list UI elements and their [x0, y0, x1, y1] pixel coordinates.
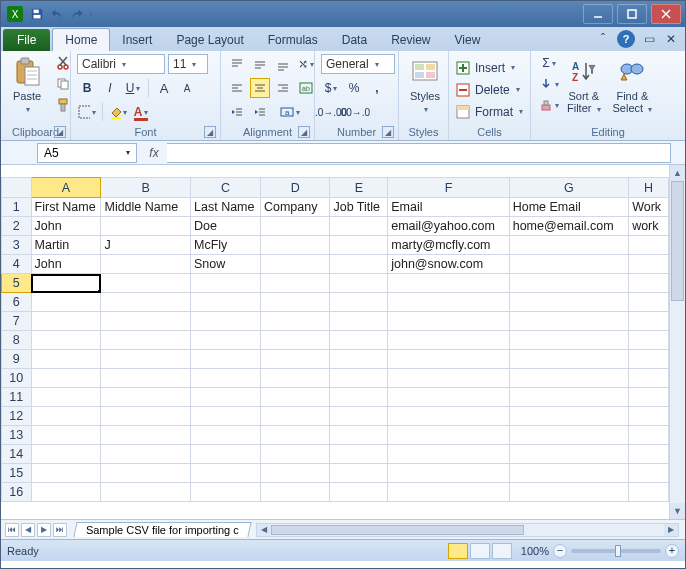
- cell-D6[interactable]: [260, 293, 330, 312]
- cell-C6[interactable]: [191, 293, 261, 312]
- cell-C4[interactable]: Snow: [191, 255, 261, 274]
- minimize-ribbon-icon[interactable]: ˆ: [595, 31, 611, 47]
- cell-C9[interactable]: [191, 350, 261, 369]
- sheet-nav-first-icon[interactable]: ⏮: [5, 523, 19, 537]
- col-header-F[interactable]: F: [388, 178, 509, 198]
- cell-H7[interactable]: [629, 312, 669, 331]
- row-header-10[interactable]: 10: [2, 369, 32, 388]
- tab-home[interactable]: Home: [52, 28, 110, 51]
- cell-A3[interactable]: Martin: [31, 236, 101, 255]
- col-header-H[interactable]: H: [629, 178, 669, 198]
- view-page-layout-button[interactable]: [470, 543, 490, 559]
- cell-B12[interactable]: [101, 407, 191, 426]
- col-header-E[interactable]: E: [330, 178, 388, 198]
- cell-A2[interactable]: John: [31, 217, 101, 236]
- cell-A16[interactable]: [31, 483, 101, 502]
- cell-B9[interactable]: [101, 350, 191, 369]
- cell-G15[interactable]: [509, 464, 628, 483]
- cell-A5[interactable]: [31, 274, 101, 293]
- cell-F12[interactable]: [388, 407, 509, 426]
- orientation-button[interactable]: ⤭▾: [296, 54, 316, 74]
- cell-B11[interactable]: [101, 388, 191, 407]
- cell-A4[interactable]: John: [31, 255, 101, 274]
- cell-D2[interactable]: [260, 217, 330, 236]
- cell-H14[interactable]: [629, 445, 669, 464]
- cell-B8[interactable]: [101, 331, 191, 350]
- cell-C1[interactable]: Last Name: [191, 198, 261, 217]
- cell-C16[interactable]: [191, 483, 261, 502]
- cell-E7[interactable]: [330, 312, 388, 331]
- cell-E11[interactable]: [330, 388, 388, 407]
- tab-insert[interactable]: Insert: [110, 29, 164, 51]
- cell-H4[interactable]: [629, 255, 669, 274]
- cell-C12[interactable]: [191, 407, 261, 426]
- cell-F9[interactable]: [388, 350, 509, 369]
- cell-H9[interactable]: [629, 350, 669, 369]
- cell-D12[interactable]: [260, 407, 330, 426]
- cell-E10[interactable]: [330, 369, 388, 388]
- increase-indent-button[interactable]: [250, 102, 270, 122]
- cell-A13[interactable]: [31, 426, 101, 445]
- hscroll-thumb[interactable]: [271, 525, 524, 535]
- zoom-level[interactable]: 100%: [521, 545, 549, 557]
- tab-formulas[interactable]: Formulas: [256, 29, 330, 51]
- sheet-nav-next-icon[interactable]: ▶: [37, 523, 51, 537]
- bold-button[interactable]: B: [77, 78, 97, 98]
- tab-view[interactable]: View: [443, 29, 493, 51]
- view-normal-button[interactable]: [448, 543, 468, 559]
- align-bottom-button[interactable]: [273, 54, 293, 74]
- font-launcher-icon[interactable]: ◢: [204, 126, 216, 138]
- row-header-15[interactable]: 15: [2, 464, 32, 483]
- cell-A14[interactable]: [31, 445, 101, 464]
- wrap-text-button[interactable]: ab: [296, 78, 316, 98]
- paste-button[interactable]: Paste▾: [7, 54, 47, 118]
- cell-G10[interactable]: [509, 369, 628, 388]
- horizontal-scrollbar[interactable]: ◀ ▶: [256, 523, 679, 537]
- cell-G1[interactable]: Home Email: [509, 198, 628, 217]
- sheet-nav-last-icon[interactable]: ⏭: [53, 523, 67, 537]
- row-header-9[interactable]: 9: [2, 350, 32, 369]
- cell-E9[interactable]: [330, 350, 388, 369]
- cell-H2[interactable]: work: [629, 217, 669, 236]
- find-select-button[interactable]: Find &Select ▾: [609, 54, 657, 118]
- cell-E8[interactable]: [330, 331, 388, 350]
- cell-C15[interactable]: [191, 464, 261, 483]
- cell-H8[interactable]: [629, 331, 669, 350]
- cell-E3[interactable]: [330, 236, 388, 255]
- cell-F13[interactable]: [388, 426, 509, 445]
- tab-review[interactable]: Review: [379, 29, 442, 51]
- cell-F16[interactable]: [388, 483, 509, 502]
- zoom-out-button[interactable]: −: [553, 544, 567, 558]
- row-header-7[interactable]: 7: [2, 312, 32, 331]
- cell-G6[interactable]: [509, 293, 628, 312]
- cell-D15[interactable]: [260, 464, 330, 483]
- sort-filter-button[interactable]: AZ Sort &Filter ▾: [563, 54, 605, 118]
- cell-H12[interactable]: [629, 407, 669, 426]
- cell-C13[interactable]: [191, 426, 261, 445]
- cell-F6[interactable]: [388, 293, 509, 312]
- cell-F7[interactable]: [388, 312, 509, 331]
- scroll-down-icon[interactable]: ▼: [670, 503, 685, 519]
- cell-H13[interactable]: [629, 426, 669, 445]
- minimize-button[interactable]: [583, 4, 613, 24]
- cell-F2[interactable]: email@yahoo.com: [388, 217, 509, 236]
- cell-F14[interactable]: [388, 445, 509, 464]
- row-header-13[interactable]: 13: [2, 426, 32, 445]
- cell-E14[interactable]: [330, 445, 388, 464]
- row-header-16[interactable]: 16: [2, 483, 32, 502]
- cell-A1[interactable]: First Name: [31, 198, 101, 217]
- window-close-icon[interactable]: ✕: [663, 31, 679, 47]
- cell-F11[interactable]: [388, 388, 509, 407]
- cell-D8[interactable]: [260, 331, 330, 350]
- col-header-B[interactable]: B: [101, 178, 191, 198]
- cell-B14[interactable]: [101, 445, 191, 464]
- align-middle-button[interactable]: [250, 54, 270, 74]
- clipboard-launcher-icon[interactable]: ◢: [54, 126, 66, 138]
- cell-G4[interactable]: [509, 255, 628, 274]
- cell-H3[interactable]: [629, 236, 669, 255]
- spreadsheet-grid[interactable]: ABCDEFGH1First NameMiddle NameLast NameC…: [1, 177, 669, 519]
- cell-C14[interactable]: [191, 445, 261, 464]
- format-painter-icon[interactable]: [53, 96, 73, 114]
- cell-A6[interactable]: [31, 293, 101, 312]
- row-header-8[interactable]: 8: [2, 331, 32, 350]
